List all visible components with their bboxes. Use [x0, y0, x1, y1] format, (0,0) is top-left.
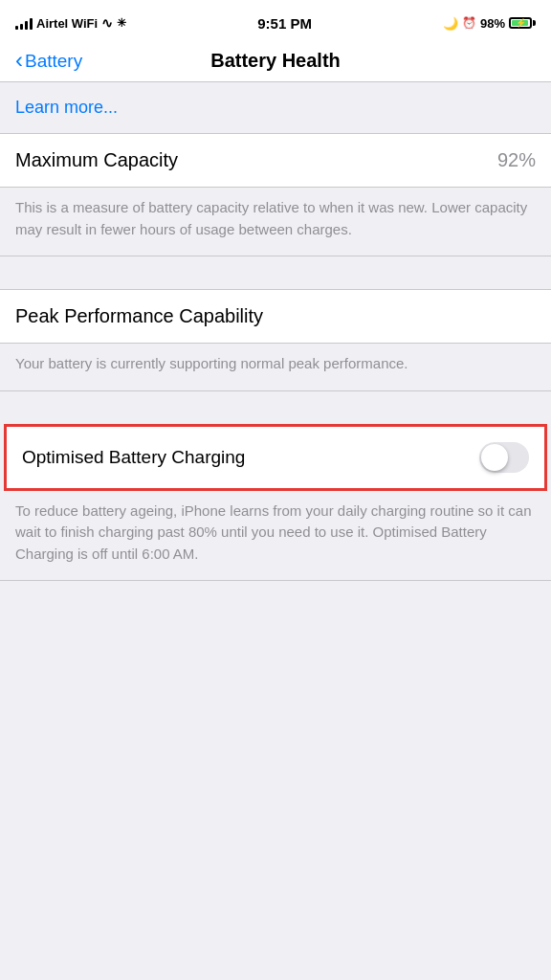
capacity-description: This is a measure of battery capacity re… [15, 197, 536, 240]
toggle-knob [481, 444, 508, 471]
battery-icon: ⚡ [509, 17, 536, 29]
optimised-description: To reduce battery ageing, iPhone learns … [15, 501, 536, 566]
gap-2 [0, 391, 551, 424]
learn-more-link[interactable]: Learn more... [15, 98, 118, 117]
optimised-charging-toggle[interactable] [479, 442, 529, 473]
capacity-label: Maximum Capacity [15, 149, 178, 171]
signal-icon [15, 16, 33, 30]
peak-performance-section: Peak Performance Capability [0, 289, 551, 344]
alarm-icon: ⏰ [462, 16, 476, 30]
optimised-description-section: To reduce battery ageing, iPhone learns … [0, 491, 551, 582]
optimised-charging-section: Optimised Battery Charging [4, 424, 547, 491]
optimised-label: Optimised Battery Charging [22, 447, 245, 468]
status-bar: Airtel WiFi ∿ ✳ 9:51 PM 🌙 ⏰ 98% ⚡ [0, 0, 551, 42]
carrier-label: Airtel WiFi [36, 16, 98, 31]
status-right: 🌙 ⏰ 98% ⚡ [443, 16, 536, 31]
peak-description-section: Your battery is currently supporting nor… [0, 344, 551, 391]
page-title: Battery Health [111, 50, 440, 72]
peak-label: Peak Performance Capability [15, 305, 263, 326]
wifi-icon: ∿ [101, 15, 113, 31]
back-button[interactable]: ‹ Battery [15, 51, 111, 72]
navigation-bar: ‹ Battery Battery Health [0, 42, 551, 82]
capacity-value: 92% [497, 149, 536, 171]
time-label: 9:51 PM [257, 15, 312, 32]
max-capacity-section: Maximum Capacity 92% [0, 133, 551, 188]
status-left: Airtel WiFi ∿ ✳ [15, 15, 126, 31]
capacity-description-section: This is a measure of battery capacity re… [0, 188, 551, 256]
brightness-icon: ✳ [117, 16, 126, 30]
moon-icon: 🌙 [443, 16, 458, 31]
chevron-left-icon: ‹ [15, 49, 23, 72]
learn-more-section: Learn more... [0, 82, 551, 133]
capacity-row: Maximum Capacity 92% [15, 149, 536, 171]
back-label: Battery [25, 51, 82, 72]
gap-1 [0, 256, 551, 289]
battery-bolt-icon: ⚡ [516, 18, 526, 28]
battery-percent: 98% [480, 16, 505, 31]
peak-description: Your battery is currently supporting nor… [15, 353, 536, 375]
